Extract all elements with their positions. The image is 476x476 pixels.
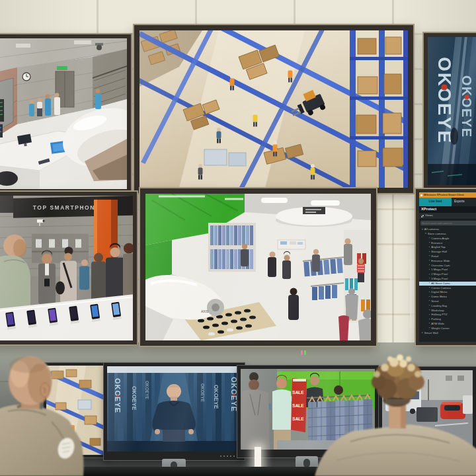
- brand-wordmark: OKOEYE: [131, 386, 138, 411]
- phone-store-screen: TOP SMARTPHONES: [0, 196, 133, 340]
- warehouse-screen: [139, 30, 408, 188]
- camera-icon: ▪: [429, 237, 430, 240]
- tree-item-label: Hallway PTZ: [431, 313, 447, 316]
- okoeye-screen: OKOEYE OKOEYE: [428, 37, 476, 185]
- views-grid-icon: [421, 215, 424, 218]
- tree-item-label: Street: [431, 300, 438, 303]
- camera-icon: ▪: [429, 278, 430, 280]
- window-titlebar: Milestone XProtect Smart Client: [419, 192, 476, 198]
- green-marker: [304, 350, 306, 355]
- camera-icon: ▾: [422, 229, 423, 231]
- camera-icon: ▪: [429, 309, 430, 312]
- monitor-clothing-store: AXIS: [140, 188, 376, 346]
- camera-icon: ▪: [429, 264, 430, 267]
- tab-bar: Live feed Exports: [419, 198, 476, 206]
- monitor-presenter: OKOEYE OKOEYE OKOEYE OKOEYE OKOEYE OKOEY…: [104, 363, 245, 460]
- tree-item-label: Entrance Wide: [431, 260, 450, 262]
- camera-icon: ▪: [429, 314, 430, 317]
- tree-item-label: Camera Angle: [431, 237, 449, 240]
- camera-icon: ▪: [429, 282, 430, 285]
- round-ceiling-disc: [276, 207, 352, 227]
- tree-item: ▪ Camera Angle: [419, 237, 476, 241]
- tree-item-label: Dome Metro: [431, 296, 447, 298]
- search-box: [420, 221, 476, 225]
- tree-item-label: Corner Camera: [431, 287, 451, 290]
- bottom-band: [428, 164, 476, 185]
- tree-item: ▪ ATM Wide: [419, 322, 476, 327]
- tree-item-label: 1 Mega Pixel: [431, 268, 448, 271]
- camera-icon: ▪: [429, 242, 430, 245]
- camera-icon: ▪: [429, 300, 430, 303]
- camera-icon: ▪: [429, 269, 430, 272]
- monitor-warehouse: [134, 25, 413, 193]
- center-table: [278, 240, 305, 249]
- brand-wordmark: OKOEYE: [200, 383, 205, 402]
- tree-item: ▪ Storage Hall: [419, 250, 476, 255]
- control-room-scene: OKOEYE OKOEYE: [0, 0, 476, 476]
- floor: [107, 441, 241, 452]
- tree-item: ▾ All cameras: [419, 227, 476, 232]
- tree-item-label: Weight Corner: [431, 327, 450, 330]
- camera-icon: ▪: [429, 296, 430, 299]
- wall-clock: [22, 73, 30, 81]
- monitor-okoeye-brand: OKOEYE OKOEYE: [424, 33, 476, 189]
- eye-logo-dot: [441, 84, 447, 90]
- red-sale-sign: SALE SALE SALE: [291, 378, 307, 432]
- tree-item: ▪ 1 Mega Pixel: [419, 268, 476, 272]
- sale-text: SALE: [292, 390, 304, 395]
- views-header: Views: [419, 213, 476, 219]
- tree-item: ▪ Angled Top: [419, 245, 476, 250]
- security-guard-right: [311, 349, 476, 476]
- presenter-screen: OKOEYE OKOEYE OKOEYE OKOEYE OKOEYE OKOEY…: [107, 366, 241, 452]
- views-label: Views: [425, 214, 433, 217]
- tree-item: ▪ Retail: [419, 255, 476, 259]
- ceiling-lights: [107, 366, 241, 373]
- tree-item-label: Parking: [431, 318, 441, 321]
- camera-icon: ▪: [429, 251, 430, 254]
- tree-item: ▪ Digital Metro: [419, 290, 476, 295]
- tree-item: ▪ Street: [419, 299, 476, 304]
- clinic-lobby-screen: [0, 38, 127, 189]
- clothing-store-scene: AXIS: [145, 194, 371, 340]
- eye-logo-dot: [465, 95, 469, 100]
- tree-item: ▪ Overview Cam: [419, 263, 476, 268]
- tab-exports: Exports: [452, 198, 467, 206]
- monitor-phone-store: TOP SMARTPHONES: [0, 192, 137, 344]
- camera-icon: ▪: [429, 327, 430, 330]
- curly-hair: [372, 354, 424, 399]
- tree-item-label: Retail: [431, 255, 438, 258]
- camera-brand-text: AXIS: [201, 309, 209, 313]
- okoeye-brand-scene: OKOEYE OKOEYE: [428, 37, 476, 185]
- tree-item: ▪ Parking: [419, 317, 476, 322]
- desk-markers: [301, 350, 306, 355]
- xprotect-screen: Milestone XProtect Smart Client Live fee…: [419, 192, 476, 342]
- tree-item: ▪ Weight Corner: [419, 327, 476, 331]
- tree-item-label: Digital Metro: [431, 291, 447, 294]
- camera-icon: ▪: [429, 274, 430, 276]
- tree-item: ▪ Workshop: [419, 308, 476, 313]
- tree-item-label: Store cameras: [428, 233, 446, 235]
- sale-text: SALE: [292, 403, 304, 408]
- stubble-shading: [9, 357, 46, 373]
- camera-icon: ▸: [422, 332, 423, 335]
- xprotect-logo: XProtect: [419, 206, 476, 213]
- app-icon: [420, 194, 422, 196]
- wall-display-cases: [32, 234, 89, 263]
- brand-wordmark: OKOEYE: [459, 75, 474, 138]
- xprotect-client: Milestone XProtect Smart Client Live fee…: [419, 192, 476, 342]
- brand-wordmark: OKOEYE: [145, 381, 149, 399]
- window-title: Milestone XProtect Smart Client: [424, 194, 464, 196]
- camera-tree: ▾ All cameras ▾ Store cameras ▪ Camera A…: [419, 227, 476, 342]
- search-input: [420, 221, 476, 225]
- monitor-clinic-lobby: [0, 34, 131, 193]
- tree-item-label: Workshop: [431, 309, 444, 312]
- tab-live: Live feed: [419, 198, 452, 206]
- tree-item-label: Smart Wall: [424, 332, 438, 335]
- camera-icon: ▪: [429, 292, 430, 294]
- tree-item: ▪ 2 Mega Pixel: [419, 272, 476, 277]
- camera-icon: ▪: [429, 260, 430, 262]
- tree-item-label: All Store Cams: [431, 282, 450, 285]
- exit-sign: [57, 66, 67, 70]
- camera-icon: ▾: [425, 233, 426, 235]
- camera-icon: ▪: [429, 319, 430, 321]
